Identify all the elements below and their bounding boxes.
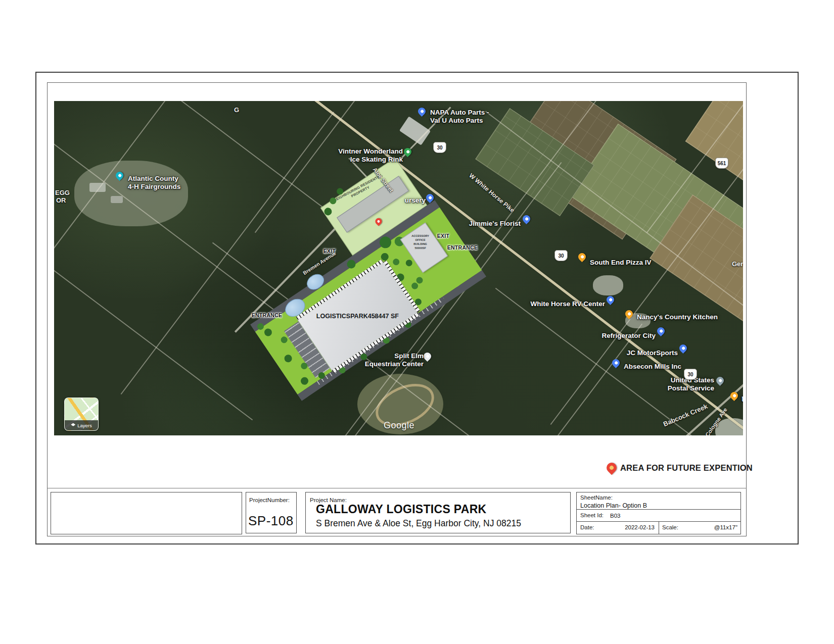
sheet-id-row: Sheet Id: B03 xyxy=(577,510,740,522)
partial-map-label: OR xyxy=(56,196,66,204)
layers-control[interactable]: Layers xyxy=(64,398,99,431)
logistics-park-label: LOGISTICSPARK458447 SF xyxy=(306,286,409,346)
title-block-empty-box xyxy=(51,492,242,534)
plan-sheet-page: NEIGHBOURING RESIDENTIALPROPERTY LOGISTI… xyxy=(0,0,834,644)
partial-map-label: Bulldo xyxy=(742,395,743,403)
date-label: Date: xyxy=(580,524,594,530)
building-patch xyxy=(593,275,623,295)
poi-pin-shopping-bag-icon[interactable] xyxy=(605,294,616,305)
poi-pin-shopping-bag-icon[interactable] xyxy=(611,358,621,368)
poi-label[interactable]: South End Pizza IV xyxy=(590,259,652,267)
poi-pin-shopping-bag-icon[interactable] xyxy=(521,214,532,224)
poi-label[interactable]: Absecon Mills Inc xyxy=(624,363,681,371)
future-expansion-text: AREA FOR FUTURE EXPENTION xyxy=(620,463,753,473)
project-number-box: ProjectNumber: SP-108 xyxy=(246,492,297,533)
sheet-name-label: SheetName: xyxy=(580,494,613,501)
sheet-id-value: B03 xyxy=(610,513,620,519)
poi-pin-shopping-bag-icon[interactable] xyxy=(656,326,666,336)
date-scale-row: Date: 2022-02-13 Scale: @11x17" xyxy=(577,522,740,534)
route-shield-561: 561 xyxy=(715,158,728,169)
route-shield-30: 30 xyxy=(554,250,568,261)
poi-label[interactable]: Nancy's Country Kitchen xyxy=(637,313,718,321)
poi-pin-restaurant-icon[interactable] xyxy=(577,252,587,262)
project-number-value: SP-108 xyxy=(248,513,294,529)
poi-label[interactable]: Vintner WonderlandIce Skating Rink xyxy=(338,147,403,164)
project-name-value: GALLOWAY LOGISTICS PARK xyxy=(316,503,486,516)
landscape-trees xyxy=(204,267,210,273)
project-name-box: Project Name: GALLOWAY LOGISTICS PARK S … xyxy=(305,492,571,533)
project-address: S Bremen Ave & Aloe St, Egg Harbor City,… xyxy=(316,518,521,529)
layers-label: Layers xyxy=(77,423,92,428)
site-access-label-exit: EXIT xyxy=(437,233,450,239)
satellite-map[interactable]: NEIGHBOURING RESIDENTIALPROPERTY LOGISTI… xyxy=(54,101,743,435)
layers-icon xyxy=(71,423,75,428)
project-number-label: ProjectNumber: xyxy=(249,497,290,503)
route-shield-30: 30 xyxy=(684,369,697,380)
clearing-patch xyxy=(74,161,188,226)
site-plan-overlay: NEIGHBOURING RESIDENTIALPROPERTY LOGISTI… xyxy=(204,139,493,411)
poi-pin-shopping-bag-icon[interactable] xyxy=(678,343,688,354)
poi-label[interactable]: Jimmie's Florist xyxy=(469,220,521,228)
cell-divider xyxy=(659,522,659,534)
google-logo: Google xyxy=(384,420,414,431)
scale-label: Scale: xyxy=(662,524,678,530)
poi-label[interactable]: Refrigerator City xyxy=(601,332,656,340)
accessory-office-label: ACCESSORYOFFICEBUILDING50000SF xyxy=(402,234,439,251)
partial-map-label: Gern xyxy=(732,260,743,268)
poi-label[interactable]: NAPA Auto Parts -Val U Auto Parts xyxy=(430,109,489,125)
sheet-name-row: SheetName: Location Plan- Option B xyxy=(577,492,740,510)
partial-map-label: G xyxy=(234,106,239,114)
partial-map-label: EGG xyxy=(55,189,70,196)
sheet-id-label: Sheet Id: xyxy=(580,512,604,518)
sheet-info-box: SheetName: Location Plan- Option B Sheet… xyxy=(576,492,741,534)
route-shield-30: 30 xyxy=(433,142,446,153)
site-access-label-exit: EXIT xyxy=(323,248,336,254)
site-access-label-entrance: ENTRANCE xyxy=(252,312,283,318)
poi-label[interactable]: ursery xyxy=(405,196,426,205)
future-expansion-legend: AREA FOR FUTURE EXPENTION xyxy=(607,463,753,473)
date-value: 2022-02-13 xyxy=(625,524,655,530)
poi-pin-shopping-bag-icon[interactable] xyxy=(416,106,427,117)
poi-label[interactable]: White Horse RV Center xyxy=(530,300,605,308)
street-label: Babcock Creek xyxy=(662,403,709,428)
poi-label[interactable]: Atlantic County4-H Fairgrounds xyxy=(128,175,180,191)
poi-pin-restaurant-icon[interactable] xyxy=(729,390,739,401)
poi-label[interactable]: Split ElmEquestrian Center xyxy=(365,352,424,368)
sheet-name-value: Location Plan- Option B xyxy=(580,502,647,509)
poi-label[interactable]: JC MotorSports xyxy=(627,349,678,357)
poi-pin-generic-icon[interactable] xyxy=(422,351,433,362)
title-block-divider xyxy=(47,488,747,488)
red-map-pin-icon xyxy=(605,461,619,475)
building-patch xyxy=(111,196,123,203)
poi-pin-mail-icon[interactable] xyxy=(715,375,725,386)
road xyxy=(495,288,698,435)
site-access-label-entrance: ENTRANCE xyxy=(447,244,478,251)
road xyxy=(520,324,642,435)
scale-value: @11x17" xyxy=(714,524,737,530)
